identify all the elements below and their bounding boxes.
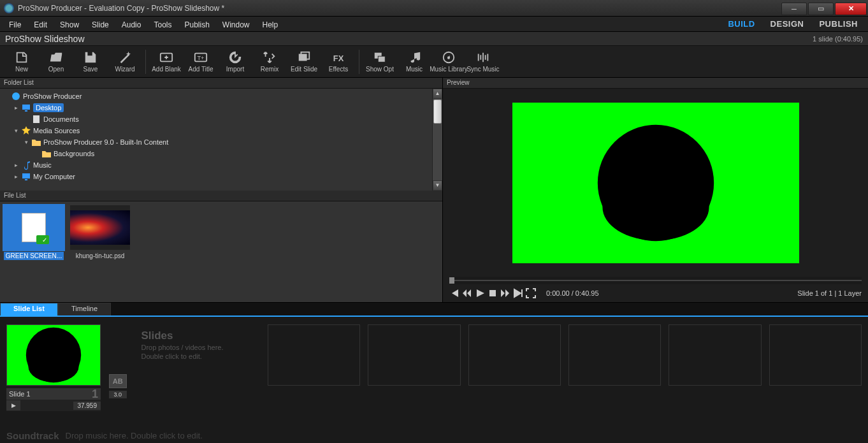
remix-button[interactable]: Remix [253, 50, 286, 73]
showopt-button[interactable]: Show Opt [363, 50, 396, 73]
wizard-button[interactable]: Wizard [108, 50, 141, 73]
menu-file[interactable]: File [3, 18, 27, 31]
slide-card[interactable]: Slide 1 1 ▶ 37.959 [6, 324, 101, 428]
svg-rect-19 [22, 105, 30, 110]
empty-slide-slot[interactable] [468, 324, 561, 386]
empty-slide-slot[interactable] [669, 324, 761, 386]
menu-publish[interactable]: Publish [178, 18, 215, 31]
file-item[interactable]: GREEN SCREEN... [4, 205, 64, 260]
goto-start-button[interactable] [449, 288, 459, 298]
svg-rect-23 [25, 179, 27, 180]
mode-publish[interactable]: PUBLISH [811, 19, 865, 29]
menu-audio[interactable]: Audio [115, 18, 148, 31]
star-icon [21, 126, 31, 135]
effects-button[interactable]: Effects [322, 50, 355, 73]
toolbar-separator [145, 50, 146, 74]
tree-node-backgrounds[interactable]: Backgrounds [0, 148, 432, 159]
tree-twisty[interactable]: ▾ [13, 127, 19, 134]
file-thumbnail [70, 205, 130, 250]
open-button[interactable]: Open [40, 50, 73, 73]
tab-slide-list[interactable]: Slide List [0, 303, 58, 316]
musiclib-button[interactable]: Music Library [432, 50, 465, 73]
monitor-icon [21, 172, 31, 181]
rewind-button[interactable] [462, 288, 472, 298]
folder-scrollbar[interactable]: ▲ ▼ [432, 89, 442, 191]
menu-edit[interactable]: Edit [27, 18, 54, 31]
forward-button[interactable] [500, 288, 510, 298]
goto-end-button[interactable] [513, 288, 523, 298]
syncmusic-button[interactable]: Sync Music [467, 50, 500, 73]
scrubber-knob[interactable] [449, 277, 454, 284]
scroll-thumb[interactable] [433, 99, 442, 124]
toolbar-label: Add Title [189, 66, 213, 73]
scroll-up-button[interactable]: ▲ [433, 89, 442, 99]
folder-icon [31, 138, 41, 147]
tree-twisty[interactable]: ▸ [13, 105, 19, 111]
editslide-button[interactable]: Edit Slide [287, 50, 321, 73]
preview-time: 0:00.00 / 0:40.95 [546, 289, 599, 297]
tree-node-documents[interactable]: Documents [0, 113, 432, 125]
transition[interactable]: AB 3.0 [108, 344, 127, 428]
soccer-ball-icon [25, 326, 82, 384]
import-icon [228, 50, 243, 64]
menu-show[interactable]: Show [54, 18, 85, 31]
file-list: GREEN SCREEN...khung-tin-tuc.psd [0, 201, 442, 302]
tree-twisty[interactable]: ▸ [13, 162, 19, 168]
menu-window[interactable]: Window [216, 18, 256, 31]
preview-scrubber[interactable] [449, 277, 862, 284]
toolbar-label: Open [48, 66, 64, 73]
tree-twisty[interactable]: ▸ [13, 173, 19, 180]
window-maximize-button[interactable]: ▭ [808, 3, 834, 15]
slide-label: Slide 1 [9, 390, 31, 398]
toolbar-label: Music Library [430, 66, 467, 73]
slide-thumbnail[interactable] [6, 324, 101, 386]
tree-node-proshow-producer-9-0-built-in-content[interactable]: ▾ProShow Producer 9.0 - Built-In Content [0, 136, 432, 148]
folder-icon [41, 149, 52, 158]
menu-slide[interactable]: Slide [85, 18, 115, 31]
menu-help[interactable]: Help [256, 18, 285, 31]
tree-node-media-sources[interactable]: ▾Media Sources [0, 125, 432, 136]
preview-canvas[interactable] [443, 89, 868, 277]
svg-rect-24 [489, 290, 496, 296]
slide-play-button[interactable]: ▶ [6, 400, 20, 410]
scroll-down-button[interactable]: ▼ [433, 180, 442, 191]
slide-duration[interactable]: 37.959 [73, 402, 101, 410]
addblank-button[interactable]: Add Blank [150, 50, 183, 73]
tree-twisty[interactable]: ▾ [23, 139, 29, 145]
empty-slide-slot[interactable] [769, 324, 862, 386]
stop-button[interactable] [488, 288, 498, 298]
import-button[interactable]: Import [219, 50, 252, 73]
mode-design[interactable]: DESIGN [763, 19, 812, 29]
addtitle-button[interactable]: Add Title [184, 50, 217, 73]
save-button[interactable]: Save [74, 50, 107, 73]
window-close-button[interactable]: ✕ [835, 3, 867, 15]
toolbar-separator [359, 50, 359, 74]
mode-build[interactable]: BUILD [720, 19, 762, 29]
window-minimize-button[interactable]: ─ [781, 3, 807, 15]
menu-tools[interactable]: Tools [147, 18, 178, 31]
editslide-icon [296, 50, 312, 64]
toolbar-label: Show Opt [366, 66, 394, 73]
toolbar-label: Effects [329, 66, 348, 73]
file-item[interactable]: khung-tin-tuc.psd [70, 205, 130, 260]
toolbar-label: Edit Slide [291, 66, 317, 73]
transition-icon[interactable]: AB [109, 374, 127, 388]
new-button[interactable]: New [5, 50, 38, 73]
tree-node-proshow-producer[interactable]: ProShow Producer [0, 91, 432, 102]
fullscreen-button[interactable] [526, 288, 536, 298]
doc-icon [31, 115, 41, 124]
tab-timeline[interactable]: Timeline [58, 303, 111, 316]
transition-duration[interactable]: 3.0 [109, 391, 127, 398]
tree-node-my-computer[interactable]: ▸My Computer [0, 171, 432, 182]
music-button[interactable]: Music [398, 50, 431, 73]
tree-node-music[interactable]: ▸Music [0, 159, 432, 171]
slides-drop-hint[interactable]: Slides Drop photos / videos here. Double… [134, 324, 260, 428]
wizard-icon [117, 50, 133, 64]
empty-slide-slot[interactable] [268, 324, 360, 386]
syncmusic-icon [475, 50, 491, 64]
empty-slide-slot[interactable] [568, 324, 661, 386]
play-button[interactable] [475, 288, 485, 298]
soundtrack-track[interactable]: Soundtrack Drop music here. Double click… [0, 428, 868, 442]
tree-node-desktop[interactable]: ▸Desktop [0, 102, 432, 113]
empty-slide-slot[interactable] [368, 324, 460, 386]
